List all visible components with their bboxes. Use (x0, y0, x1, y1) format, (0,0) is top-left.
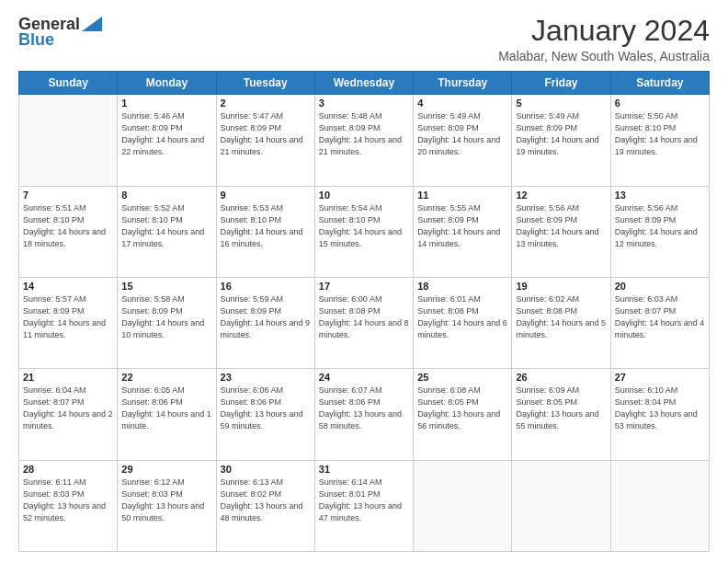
day-number: 31 (319, 464, 409, 475)
day-number: 15 (121, 281, 211, 292)
day-number: 22 (121, 372, 211, 383)
weekday-header: Sunday (19, 72, 118, 95)
calendar-cell: 22Sunrise: 6:05 AMSunset: 8:06 PMDayligh… (118, 369, 216, 460)
day-info: Sunrise: 5:56 AMSunset: 8:09 PMDaylight:… (516, 202, 606, 250)
day-info: Sunrise: 5:57 AMSunset: 8:09 PMDaylight:… (23, 293, 113, 341)
day-number: 18 (417, 281, 507, 292)
day-info: Sunrise: 5:58 AMSunset: 8:09 PMDaylight:… (121, 293, 211, 341)
day-info: Sunrise: 5:56 AMSunset: 8:09 PMDaylight:… (615, 202, 705, 250)
calendar-cell: 10Sunrise: 5:54 AMSunset: 8:10 PMDayligh… (314, 186, 413, 277)
day-number: 5 (516, 98, 606, 109)
day-info: Sunrise: 6:12 AMSunset: 8:03 PMDaylight:… (121, 477, 211, 524)
logo-blue: Blue (18, 30, 54, 50)
day-number: 1 (121, 98, 211, 109)
calendar-cell: 28Sunrise: 6:11 AMSunset: 8:03 PMDayligh… (19, 460, 118, 551)
day-number: 8 (121, 190, 211, 201)
day-info: Sunrise: 6:04 AMSunset: 8:07 PMDaylight:… (23, 385, 113, 432)
calendar-cell: 11Sunrise: 5:55 AMSunset: 8:09 PMDayligh… (414, 186, 512, 277)
day-number: 26 (516, 372, 606, 383)
day-info: Sunrise: 6:14 AMSunset: 8:01 PMDaylight:… (319, 477, 409, 524)
day-number: 21 (23, 372, 113, 383)
calendar-cell (610, 460, 709, 551)
day-info: Sunrise: 5:55 AMSunset: 8:09 PMDaylight:… (417, 202, 507, 250)
calendar-cell: 31Sunrise: 6:14 AMSunset: 8:01 PMDayligh… (314, 460, 413, 551)
day-info: Sunrise: 6:06 AMSunset: 8:06 PMDaylight:… (221, 385, 311, 432)
weekday-header: Wednesday (314, 72, 413, 95)
weekday-header: Saturday (610, 72, 709, 95)
calendar-cell: 5Sunrise: 5:49 AMSunset: 8:09 PMDaylight… (512, 95, 610, 186)
calendar-cell: 20Sunrise: 6:03 AMSunset: 8:07 PMDayligh… (610, 277, 709, 368)
header: General Blue January 2024 Malabar, New S… (18, 15, 710, 63)
calendar-cell: 12Sunrise: 5:56 AMSunset: 8:09 PMDayligh… (512, 186, 610, 277)
calendar-table: SundayMondayTuesdayWednesdayThursdayFrid… (18, 71, 710, 552)
day-number: 14 (23, 281, 113, 292)
title-area: January 2024 Malabar, New South Wales, A… (498, 15, 710, 63)
day-number: 28 (23, 464, 113, 475)
logo: General Blue (18, 15, 102, 50)
day-info: Sunrise: 6:02 AMSunset: 8:08 PMDaylight:… (516, 293, 606, 341)
calendar-cell: 14Sunrise: 5:57 AMSunset: 8:09 PMDayligh… (19, 277, 118, 368)
calendar-cell: 23Sunrise: 6:06 AMSunset: 8:06 PMDayligh… (216, 369, 314, 460)
day-number: 24 (319, 372, 409, 383)
calendar-cell: 8Sunrise: 5:52 AMSunset: 8:10 PMDaylight… (118, 186, 216, 277)
logo-icon (82, 17, 102, 31)
day-info: Sunrise: 6:08 AMSunset: 8:05 PMDaylight:… (417, 385, 507, 432)
day-number: 6 (615, 98, 705, 109)
day-number: 27 (615, 372, 705, 383)
day-number: 9 (221, 190, 311, 201)
day-info: Sunrise: 5:52 AMSunset: 8:10 PMDaylight:… (121, 202, 211, 250)
month-title: January 2024 (498, 15, 710, 47)
day-info: Sunrise: 6:11 AMSunset: 8:03 PMDaylight:… (23, 477, 113, 524)
day-number: 11 (417, 190, 507, 201)
day-number: 23 (221, 372, 311, 383)
day-number: 30 (221, 464, 311, 475)
location: Malabar, New South Wales, Australia (498, 49, 710, 63)
calendar-cell (512, 460, 610, 551)
calendar-cell: 2Sunrise: 5:47 AMSunset: 8:09 PMDaylight… (216, 95, 314, 186)
day-info: Sunrise: 6:01 AMSunset: 8:08 PMDaylight:… (417, 293, 507, 341)
calendar-cell: 18Sunrise: 6:01 AMSunset: 8:08 PMDayligh… (414, 277, 512, 368)
day-info: Sunrise: 6:07 AMSunset: 8:06 PMDaylight:… (319, 385, 409, 432)
day-number: 3 (319, 98, 409, 109)
calendar-cell (19, 95, 118, 186)
svg-marker-0 (82, 17, 102, 31)
day-info: Sunrise: 5:48 AMSunset: 8:09 PMDaylight:… (319, 110, 409, 158)
weekday-header: Thursday (414, 72, 512, 95)
day-number: 25 (417, 372, 507, 383)
weekday-header: Friday (512, 72, 610, 95)
day-info: Sunrise: 5:49 AMSunset: 8:09 PMDaylight:… (417, 110, 507, 158)
weekday-header: Tuesday (216, 72, 314, 95)
day-info: Sunrise: 5:51 AMSunset: 8:10 PMDaylight:… (23, 202, 113, 250)
calendar-cell: 9Sunrise: 5:53 AMSunset: 8:10 PMDaylight… (216, 186, 314, 277)
calendar-cell: 7Sunrise: 5:51 AMSunset: 8:10 PMDaylight… (19, 186, 118, 277)
calendar-cell (414, 460, 512, 551)
day-number: 7 (23, 190, 113, 201)
calendar-cell: 16Sunrise: 5:59 AMSunset: 8:09 PMDayligh… (216, 277, 314, 368)
calendar-cell: 4Sunrise: 5:49 AMSunset: 8:09 PMDaylight… (414, 95, 512, 186)
day-number: 17 (319, 281, 409, 292)
day-number: 4 (417, 98, 507, 109)
day-info: Sunrise: 6:00 AMSunset: 8:08 PMDaylight:… (319, 293, 409, 341)
calendar-cell: 29Sunrise: 6:12 AMSunset: 8:03 PMDayligh… (118, 460, 216, 551)
day-info: Sunrise: 5:50 AMSunset: 8:10 PMDaylight:… (615, 110, 705, 158)
calendar-cell: 25Sunrise: 6:08 AMSunset: 8:05 PMDayligh… (414, 369, 512, 460)
day-number: 12 (516, 190, 606, 201)
day-info: Sunrise: 6:05 AMSunset: 8:06 PMDaylight:… (121, 385, 211, 432)
calendar-cell: 3Sunrise: 5:48 AMSunset: 8:09 PMDaylight… (314, 95, 413, 186)
day-info: Sunrise: 5:54 AMSunset: 8:10 PMDaylight:… (319, 202, 409, 250)
day-number: 20 (615, 281, 705, 292)
calendar-cell: 30Sunrise: 6:13 AMSunset: 8:02 PMDayligh… (216, 460, 314, 551)
calendar-cell: 21Sunrise: 6:04 AMSunset: 8:07 PMDayligh… (19, 369, 118, 460)
day-info: Sunrise: 6:10 AMSunset: 8:04 PMDaylight:… (615, 385, 705, 432)
day-info: Sunrise: 5:49 AMSunset: 8:09 PMDaylight:… (516, 110, 606, 158)
page: General Blue January 2024 Malabar, New S… (0, 0, 728, 563)
weekday-header: Monday (118, 72, 216, 95)
day-number: 16 (221, 281, 311, 292)
calendar-cell: 6Sunrise: 5:50 AMSunset: 8:10 PMDaylight… (610, 95, 709, 186)
day-number: 13 (615, 190, 705, 201)
day-number: 2 (221, 98, 311, 109)
calendar-cell: 19Sunrise: 6:02 AMSunset: 8:08 PMDayligh… (512, 277, 610, 368)
calendar-cell: 13Sunrise: 5:56 AMSunset: 8:09 PMDayligh… (610, 186, 709, 277)
day-info: Sunrise: 5:47 AMSunset: 8:09 PMDaylight:… (221, 110, 311, 158)
calendar-cell: 15Sunrise: 5:58 AMSunset: 8:09 PMDayligh… (118, 277, 216, 368)
